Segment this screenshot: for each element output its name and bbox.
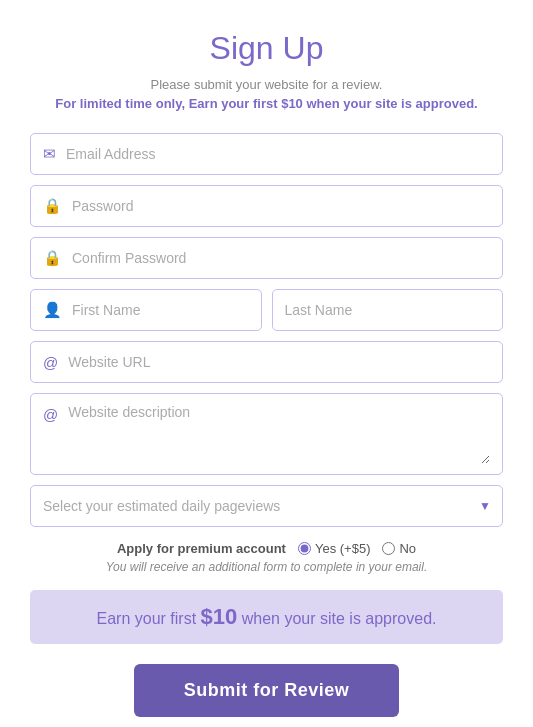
confirm-password-input[interactable] [72, 250, 490, 266]
promo-amount: $10 [281, 96, 303, 111]
last-name-field-wrapper [272, 289, 504, 331]
premium-no-option[interactable]: No [382, 541, 416, 556]
website-url-field-wrapper: @ [30, 341, 503, 383]
promo-prefix: For limited time only, Earn your first [55, 96, 281, 111]
lock-icon: 🔒 [43, 197, 62, 215]
name-row: 👤 [30, 289, 503, 331]
premium-label: Apply for premium account [117, 541, 286, 556]
first-name-field-wrapper: 👤 [30, 289, 262, 331]
confirm-lock-icon: 🔒 [43, 249, 62, 267]
email-input[interactable] [66, 146, 490, 162]
pageviews-select-wrapper: Select your estimated daily pageviews Le… [30, 485, 503, 527]
premium-no-label: No [399, 541, 416, 556]
banner-amount: $10 [201, 604, 238, 629]
email-field-wrapper: ✉ [30, 133, 503, 175]
premium-yes-option[interactable]: Yes (+$5) [298, 541, 371, 556]
premium-row: Apply for premium account Yes (+$5) No [117, 541, 416, 556]
banner-text: Earn your first $10 when your site is ap… [50, 604, 483, 630]
promo-header: For limited time only, Earn your first $… [55, 96, 477, 111]
signup-form: ✉ 🔒 🔒 👤 @ @ [30, 133, 503, 717]
website-description-field-wrapper: @ [30, 393, 503, 475]
premium-yes-label: Yes (+$5) [315, 541, 371, 556]
premium-section: Apply for premium account Yes (+$5) No Y… [30, 541, 503, 574]
signup-container: Sign Up Please submit your website for a… [0, 0, 533, 727]
page-title: Sign Up [210, 30, 324, 67]
first-name-input[interactable] [72, 302, 249, 318]
premium-note: You will receive an additional form to c… [106, 560, 428, 574]
website-url-icon: @ [43, 354, 58, 371]
premium-no-radio[interactable] [382, 542, 395, 555]
banner-prefix: Earn your first [97, 610, 201, 627]
password-input[interactable] [72, 198, 490, 214]
website-desc-icon: @ [43, 406, 58, 423]
promo-suffix: when your site is approved. [303, 96, 478, 111]
person-icon: 👤 [43, 301, 62, 319]
submit-button[interactable]: Submit for Review [134, 664, 400, 717]
promo-banner: Earn your first $10 when your site is ap… [30, 590, 503, 644]
email-icon: ✉ [43, 145, 56, 163]
banner-suffix: when your site is approved. [237, 610, 436, 627]
last-name-input[interactable] [285, 302, 491, 318]
premium-yes-radio[interactable] [298, 542, 311, 555]
password-field-wrapper: 🔒 [30, 185, 503, 227]
website-url-input[interactable] [68, 354, 490, 370]
subtitle: Please submit your website for a review. [151, 77, 383, 92]
pageviews-select[interactable]: Select your estimated daily pageviews Le… [30, 485, 503, 527]
confirm-password-field-wrapper: 🔒 [30, 237, 503, 279]
website-description-input[interactable] [68, 404, 490, 464]
